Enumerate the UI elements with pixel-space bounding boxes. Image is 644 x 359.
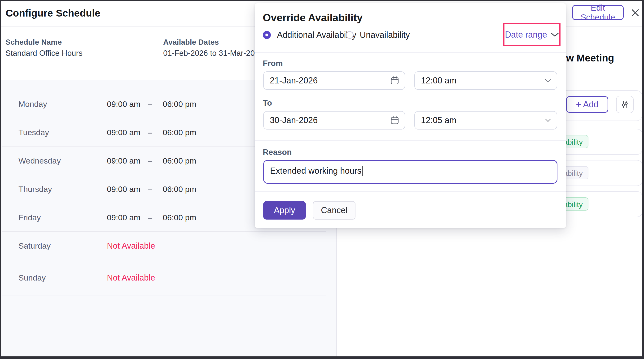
modal-divider	[255, 52, 566, 53]
table-row-saturday: Saturday Not Available	[0, 232, 336, 260]
day-label: Tuesday	[18, 118, 49, 147]
end-time: 06:00 pm	[163, 175, 196, 203]
configure-schedule-page: Configure Schedule Edit Schedule Schedul…	[0, 0, 644, 359]
from-time-select[interactable]: 12:00 am	[414, 71, 557, 90]
filter-button[interactable]	[616, 96, 634, 113]
from-time-value: 12:00 am	[421, 76, 545, 85]
chevron-down-icon	[545, 79, 551, 82]
from-label: From	[263, 59, 283, 68]
radio-unselected-icon	[346, 31, 354, 39]
day-label: Sunday	[18, 260, 46, 296]
from-date-value: 21-Jan-2026	[270, 76, 390, 85]
day-label: Thursday	[18, 175, 52, 203]
to-date-value: 30-Jan-2026	[270, 115, 390, 125]
page-title: Configure Schedule	[6, 7, 100, 19]
cancel-button[interactable]: Cancel	[313, 201, 356, 220]
table-row-sunday: Sunday Not Available	[0, 260, 336, 296]
start-time: 09:00 am	[107, 147, 140, 175]
end-time: 06:00 pm	[163, 118, 196, 147]
time-separator: –	[146, 118, 155, 147]
filter-sliders-icon	[621, 100, 629, 108]
to-time-value: 12:05 am	[421, 115, 545, 125]
window-border	[0, 0, 644, 1]
calendar-icon	[390, 116, 399, 125]
apply-button[interactable]: Apply	[263, 201, 306, 220]
schedule-name-value: Standard Office Hours	[6, 49, 82, 58]
start-time: 09:00 am	[107, 203, 140, 232]
end-time: 06:00 pm	[163, 147, 196, 175]
end-time: 06:00 pm	[163, 90, 196, 118]
date-range-dropdown[interactable]: Date range	[503, 23, 560, 46]
chevron-down-icon	[551, 32, 559, 37]
window-border	[642, 0, 644, 359]
to-date-input[interactable]: 30-Jan-2026	[263, 111, 405, 129]
modal-title: Override Availability	[263, 12, 362, 24]
not-available-status: Not Available	[107, 232, 155, 260]
from-date-input[interactable]: 21-Jan-2026	[263, 71, 405, 90]
modal-divider	[255, 140, 566, 141]
add-button[interactable]: + Add	[566, 96, 608, 113]
reason-value: Extended working hours	[270, 166, 362, 176]
day-label: Saturday	[18, 232, 50, 260]
edit-schedule-button[interactable]: Edit Schedule	[572, 5, 624, 20]
reason-textarea[interactable]: Extended working hours	[263, 160, 558, 184]
modal-divider	[255, 191, 566, 192]
text-cursor	[362, 166, 362, 176]
time-separator: –	[146, 90, 155, 118]
radio-label: Additional Availability	[277, 30, 356, 40]
date-range-label: Date range	[505, 30, 547, 40]
to-time-select[interactable]: 12:05 am	[414, 111, 557, 129]
schedule-name-label: Schedule Name	[6, 38, 62, 46]
end-time: 06:00 pm	[163, 203, 196, 232]
day-label: Friday	[18, 203, 41, 232]
available-dates-value: 01-Feb-2026 to 31-Mar-2026	[163, 49, 264, 58]
calendar-icon	[390, 76, 399, 85]
radio-unavailability[interactable]: Unavailability	[346, 30, 410, 40]
close-icon[interactable]	[631, 8, 640, 17]
radio-label: Unavailability	[360, 30, 410, 40]
reason-label: Reason	[263, 147, 292, 157]
day-label: Wednesday	[18, 147, 61, 175]
radio-additional-availability[interactable]: Additional Availability	[263, 30, 356, 40]
start-time: 09:00 am	[107, 118, 140, 147]
time-separator: –	[146, 203, 155, 232]
window-border	[0, 0, 1, 359]
available-dates-label: Available Dates	[163, 38, 219, 46]
row-divider	[2, 295, 326, 296]
start-time: 09:00 am	[107, 90, 140, 118]
day-label: Monday	[18, 90, 47, 118]
to-label: To	[263, 98, 272, 107]
time-separator: –	[146, 175, 155, 203]
override-availability-modal: Override Availability Additional Availab…	[255, 3, 566, 228]
chevron-down-icon	[545, 118, 551, 122]
start-time: 09:00 am	[107, 175, 140, 203]
radio-selected-icon	[263, 31, 271, 39]
time-separator: –	[146, 147, 155, 175]
not-available-status: Not Available	[107, 260, 155, 296]
window-border	[0, 357, 644, 359]
